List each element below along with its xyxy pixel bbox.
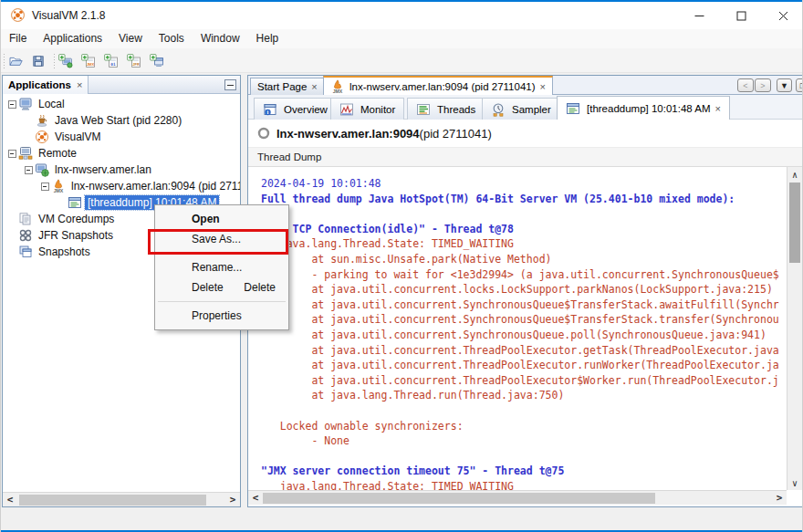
scroll-up-icon[interactable]: ∧ [787, 167, 802, 182]
add-vm-coredump-button[interactable]: 01 [102, 50, 123, 71]
collapse-expander-icon[interactable] [5, 96, 18, 112]
window-title: VisualVM 2.1.8 [32, 2, 106, 29]
collapse-expander-box[interactable] [8, 100, 16, 109]
collapse-expander-icon[interactable] [22, 162, 35, 178]
context-menu-item-saveas[interactable]: Save As... [155, 229, 288, 249]
collapse-expander-icon[interactable] [38, 178, 51, 194]
close-icon[interactable]: × [715, 104, 721, 113]
close-button[interactable] [762, 2, 803, 29]
applications-panel-tab[interactable]: Applications × [3, 76, 89, 94]
tree-row[interactable]: VisualVM [3, 129, 240, 145]
tree-indent [22, 129, 35, 145]
collapse-expander-box[interactable] [8, 150, 16, 158]
close-icon[interactable]: × [77, 80, 82, 89]
context-menu-item-open[interactable]: Open [155, 209, 288, 229]
applications-horizontal-scrollbar[interactable]: < > [3, 492, 240, 506]
next-tab-button[interactable]: > [755, 78, 771, 92]
context-menu-item-delete[interactable]: DeleteDelete [155, 277, 288, 297]
computer-remote-icon [18, 146, 33, 161]
save-button[interactable] [29, 50, 50, 71]
visualvm-logo-icon [10, 7, 26, 23]
editor-tab-row: Start Page×JMXlnx-nwserv.amer.lan:9094 (… [248, 76, 802, 95]
subtab-overview[interactable]: iOverview [254, 98, 337, 120]
add-application-button[interactable] [57, 50, 78, 71]
collapse-expander-box[interactable] [25, 166, 33, 174]
tree-row[interactable]: lnx-nwserv.amer.lan [3, 162, 240, 178]
collapse-expander-box[interactable] [41, 183, 49, 191]
add-jfr-snapshot-button[interactable]: JFR [125, 50, 146, 71]
thread-dump-line: at java.util.concurrent.SynchronousQueue… [261, 328, 779, 343]
menu-item-label: Save As... [192, 229, 276, 249]
editor-panel: Start Page×JMXlnx-nwserv.amer.lan:9094 (… [247, 75, 803, 507]
close-icon[interactable]: × [540, 82, 546, 91]
tree-indent [5, 244, 18, 260]
menubar-item-file[interactable]: File [1, 29, 35, 48]
vm-coredumps-icon [18, 212, 33, 226]
toolbar-grip [3, 53, 5, 68]
overview-icon: i [263, 102, 276, 117]
subtab-label: Threads [437, 104, 475, 115]
prev-tab-button[interactable]: < [737, 78, 754, 92]
subtab-monitor[interactable]: Monitor [330, 98, 404, 120]
tree-item-label: Remote [36, 146, 79, 161]
add-snapshot-button[interactable] [148, 50, 169, 71]
collapse-expander-icon[interactable] [5, 145, 18, 162]
tab-list-dropdown-button[interactable]: ▼ [777, 78, 792, 92]
tree-indent [55, 194, 68, 211]
monitor-icon [339, 102, 353, 117]
save-disk-icon [31, 54, 46, 68]
scroll-right-icon[interactable]: > [772, 491, 787, 505]
maximize-button[interactable] [720, 2, 762, 29]
menubar-item-window[interactable]: Window [193, 29, 248, 48]
context-menu-item-rename[interactable]: Rename... [155, 257, 288, 277]
thread-dump-line [261, 206, 779, 222]
collapse-panel-button[interactable] [224, 79, 236, 90]
menubar-item-applications[interactable]: Applications [35, 29, 110, 48]
editor-tab[interactable]: Start Page× [250, 78, 325, 95]
vertical-scrollbar[interactable]: ∧ ∨ [787, 167, 802, 490]
jfr-snapshots-icon [18, 228, 33, 243]
editor-horizontal-scrollbar[interactable]: < > [248, 490, 787, 505]
thread-dump-line: at java.util.concurrent.ThreadPoolExecut… [261, 373, 779, 389]
thread-dump-line: at java.util.concurrent.locks.LockSuppor… [261, 282, 779, 297]
subtab-threads[interactable]: Threads [407, 98, 485, 120]
add-jfr-icon: JFR [127, 54, 141, 68]
subtab-sampler[interactable]: Sampler [482, 98, 560, 120]
tree-row[interactable]: JMXlnx-nwserv.amer.lan:9094 (pid 2711041… [3, 178, 240, 194]
tree-row[interactable]: Remote [3, 145, 240, 162]
subtab-threaddumpam[interactable]: [threaddump] 10:01:48 AM× [557, 96, 730, 120]
tree-row[interactable]: Local [3, 96, 240, 112]
scrollbar-thumb[interactable] [263, 493, 655, 504]
menubar-item-help[interactable]: Help [248, 29, 287, 48]
load-snapshot-button[interactable] [6, 50, 27, 71]
menu-bar: FileApplicationsViewToolsWindowHelp [1, 29, 803, 48]
thread-dump-line: at java.lang.Thread.run(Thread.java:750) [261, 388, 779, 403]
application-status-ring-icon [257, 127, 270, 140]
svg-text:JFR: JFR [132, 62, 140, 67]
close-icon[interactable]: × [311, 82, 317, 91]
menubar-item-tools[interactable]: Tools [151, 29, 193, 48]
thread-dump-text: 2024-04-19 10:01:48Full thread dump Java… [261, 176, 779, 490]
toolbar-grip [53, 53, 56, 68]
scrollbar-thumb[interactable] [789, 183, 800, 263]
tree-item-label: lnx-nwserv.amer.lan:9094 (pid 2711041) [68, 179, 240, 193]
scrollbar-thumb[interactable] [19, 495, 206, 506]
scroll-left-icon[interactable]: < [3, 493, 17, 506]
editor-tab[interactable]: JMXlnx-nwserv.amer.lan:9094 (pid 2711041… [323, 76, 553, 95]
minimize-button[interactable] [678, 2, 720, 29]
menu-item-label: Rename... [192, 257, 276, 277]
menu-item-shortcut: Delete [244, 277, 276, 297]
scroll-right-icon[interactable]: > [225, 493, 240, 506]
menubar-item-view[interactable]: View [110, 29, 151, 48]
context-menu-item-properties[interactable]: Properties [155, 306, 288, 326]
thread-dump-section-label: Thread Dump [248, 147, 802, 167]
thread-dump-viewport[interactable]: 2024-04-19 10:01:48Full thread dump Java… [248, 167, 787, 490]
menu-item-label: Properties [192, 306, 276, 326]
tree-row[interactable]: Java Web Start (pid 2280) [3, 112, 240, 129]
maximize-view-button[interactable]: □ [796, 78, 803, 92]
scroll-down-icon[interactable]: ∨ [787, 475, 802, 490]
menu-item-label: Open [192, 209, 276, 229]
add-jmx-connection-button[interactable]: JMX [79, 50, 100, 71]
thread-dump-line: at java.util.concurrent.SynchronousQueue… [261, 297, 779, 313]
scroll-left-icon[interactable]: < [248, 491, 263, 505]
